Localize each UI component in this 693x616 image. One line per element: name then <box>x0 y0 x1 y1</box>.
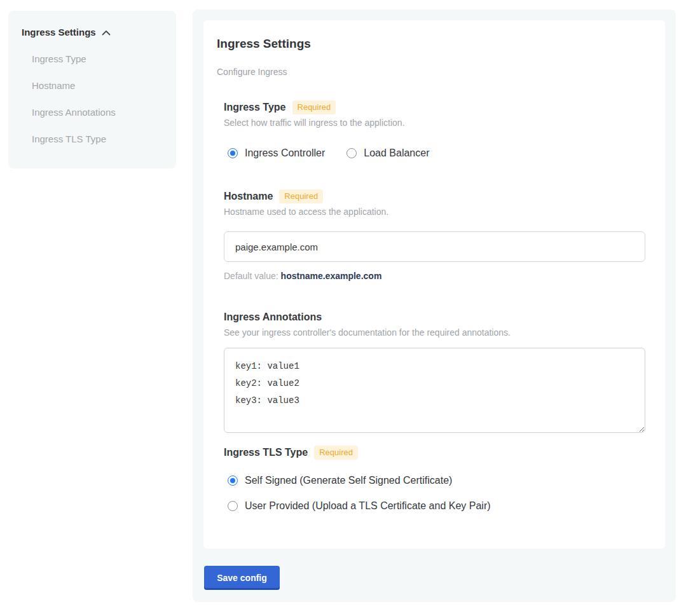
page-subtitle: Configure Ingress <box>217 66 645 78</box>
radio-label: User Provided (Upload a TLS Certificate … <box>245 500 491 512</box>
ingress-settings-card: Ingress Settings Configure Ingress Ingre… <box>203 20 665 549</box>
page-title: Ingress Settings <box>217 36 645 52</box>
required-badge: Required <box>279 189 323 203</box>
group-ingress-type: Ingress Type Required Select how traffic… <box>224 100 645 159</box>
group-help-ingress-type: Select how traffic will ingress to the a… <box>224 117 645 128</box>
group-help-ingress-annotations: See your ingress controller's documentat… <box>224 327 645 338</box>
radio-label: Self Signed (Generate Self Signed Certif… <box>245 475 452 486</box>
sidebar-item-ingress-annotations[interactable]: Ingress Annotations <box>22 106 165 119</box>
radio-option-self-signed[interactable]: Self Signed (Generate Self Signed Certif… <box>228 475 645 486</box>
ingress-annotations-textarea[interactable]: key1: value1 key2: value2 key3: value3 <box>224 348 645 433</box>
default-value-label: Default value: <box>224 271 278 281</box>
radio-unselected-icon <box>228 501 238 511</box>
group-help-hostname: Hostname used to access the application. <box>224 206 645 217</box>
sidebar-item-ingress-tls-type[interactable]: Ingress TLS Type <box>22 133 165 146</box>
required-badge: Required <box>292 100 336 114</box>
radio-selected-icon <box>228 148 238 158</box>
config-main-panel: Ingress Settings Configure Ingress Ingre… <box>193 10 676 602</box>
default-value-text: hostname.example.com <box>281 271 382 281</box>
group-ingress-annotations: Ingress Annotations See your ingress con… <box>224 310 645 433</box>
chevron-up-icon[interactable] <box>102 30 111 36</box>
radio-option-load-balancer[interactable]: Load Balancer <box>346 147 429 159</box>
sidebar-item-ingress-type[interactable]: Ingress Type <box>22 53 165 65</box>
hostname-default-line: Default value:hostname.example.com <box>224 270 645 282</box>
radio-option-ingress-controller[interactable]: Ingress Controller <box>228 147 325 159</box>
radio-label: Ingress Controller <box>245 147 325 159</box>
group-title-hostname: Hostname <box>224 189 273 203</box>
group-ingress-tls-type: Ingress TLS Type Required Self Signed (G… <box>224 446 645 512</box>
save-config-button[interactable]: Save config <box>204 566 280 590</box>
required-badge: Required <box>314 446 358 460</box>
radio-label: Load Balancer <box>364 147 429 159</box>
hostname-input[interactable] <box>224 231 645 262</box>
sidebar-item-hostname[interactable]: Hostname <box>22 79 165 92</box>
group-title-ingress-annotations: Ingress Annotations <box>224 310 322 324</box>
group-title-ingress-tls-type: Ingress TLS Type <box>224 446 308 460</box>
group-title-ingress-type: Ingress Type <box>224 100 286 114</box>
radio-unselected-icon <box>346 148 357 158</box>
sidebar-group-ingress-settings[interactable]: Ingress Settings <box>22 26 165 39</box>
radio-option-user-provided[interactable]: User Provided (Upload a TLS Certificate … <box>228 500 645 512</box>
config-nav-sidebar: Ingress Settings Ingress Type Hostname I… <box>8 11 176 168</box>
radio-selected-icon <box>228 476 238 486</box>
group-hostname: Hostname Required Hostname used to acces… <box>224 189 645 282</box>
sidebar-group-label: Ingress Settings <box>22 26 96 39</box>
